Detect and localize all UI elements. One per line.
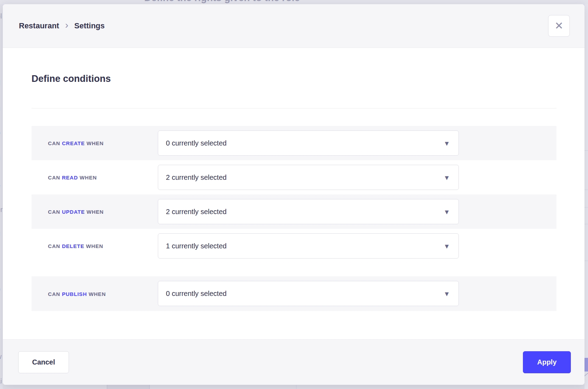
background-page-right-strip	[584, 4, 588, 389]
permission-label-update: CAN UPDATE WHEN	[48, 209, 104, 215]
chevron-down-icon: ▾	[445, 174, 449, 182]
background-text-fragment: ol	[0, 12, 3, 20]
close-icon: ✕	[554, 21, 563, 31]
condition-row-update: CAN UPDATE WHEN 2 currently selected ▾	[31, 194, 556, 229]
background-text-fragment: p	[0, 285, 3, 293]
modal-footer: Cancel Apply	[3, 339, 584, 385]
background-row-line	[584, 261, 588, 261]
permission-label-delete: CAN DELETE WHEN	[48, 243, 103, 249]
update-conditions-select[interactable]: 2 currently selected ▾	[158, 199, 459, 224]
background-text-fragment: er	[0, 206, 3, 214]
background-check-mark	[584, 373, 588, 377]
select-value: 1 currently selected	[166, 242, 226, 250]
background-page-top-strip: Define the rights given to the role	[0, 0, 588, 4]
background-text-fragment: e	[0, 325, 3, 333]
background-page-title: Define the rights given to the role	[144, 0, 300, 3]
settings-modal: Restaurant › Settings ✕ Define condition…	[3, 4, 584, 385]
background-text-fragment: e	[0, 182, 3, 190]
select-value: 0 currently selected	[166, 139, 226, 147]
background-page-bottom-strip	[3, 385, 584, 389]
cancel-button[interactable]: Cancel	[18, 351, 69, 373]
background-row-line	[584, 190, 588, 190]
close-button[interactable]: ✕	[548, 15, 570, 37]
breadcrumb-settings: Settings	[74, 21, 105, 30]
background-text-fragment: r	[0, 56, 3, 64]
background-text-fragment: o	[0, 129, 3, 137]
background-row-line	[584, 207, 588, 207]
permission-label-read: CAN READ WHEN	[48, 175, 97, 181]
chevron-down-icon: ▾	[445, 140, 449, 147]
background-text-fragment: w	[0, 353, 3, 361]
condition-row-publish: CAN PUBLISH WHEN 0 currently selected ▾	[31, 276, 556, 311]
condition-row-create: CAN CREATE WHEN 0 currently selected ▾	[31, 126, 556, 160]
background-text-fragment: ti	[0, 257, 3, 265]
chevron-down-icon: ▾	[445, 208, 449, 216]
condition-row-delete: CAN DELETE WHEN 1 currently selected ▾	[31, 229, 556, 263]
background-table-line	[296, 385, 296, 389]
background-text-fragment: ai	[0, 377, 3, 385]
conditions-list: CAN CREATE WHEN 0 currently selected ▾ C…	[31, 48, 556, 339]
permission-label-publish: CAN PUBLISH WHEN	[48, 291, 106, 297]
publish-conditions-select[interactable]: 0 currently selected ▾	[158, 281, 459, 306]
apply-button[interactable]: Apply	[523, 351, 571, 373]
background-row-line	[584, 224, 588, 224]
background-text-fragment: g	[0, 104, 3, 112]
background-save-button-edge	[584, 358, 588, 372]
chevron-down-icon: ▾	[445, 290, 449, 298]
chevron-down-icon: ▾	[445, 242, 449, 250]
background-table-cell	[107, 385, 150, 389]
select-value: 2 currently selected	[166, 208, 226, 216]
breadcrumb: Restaurant › Settings	[19, 21, 105, 30]
delete-conditions-select[interactable]: 1 currently selected ▾	[158, 233, 459, 259]
chevron-right-icon: ›	[65, 20, 68, 30]
background-text-fragment: d	[0, 79, 3, 87]
modal-body: Define conditions CAN CREATE WHEN 0 curr…	[3, 48, 584, 339]
breadcrumb-restaurant: Restaurant	[19, 21, 59, 30]
permission-label-create: CAN CREATE WHEN	[48, 140, 104, 146]
select-value: 0 currently selected	[166, 290, 226, 298]
modal-header: Restaurant › Settings ✕	[3, 4, 584, 48]
select-value: 2 currently selected	[166, 174, 226, 182]
read-conditions-select[interactable]: 2 currently selected ▾	[158, 165, 459, 190]
condition-row-read: CAN READ WHEN 2 currently selected ▾	[31, 160, 556, 194]
create-conditions-select[interactable]: 0 currently selected ▾	[158, 130, 459, 156]
background-page-left-strip: ol r d g o ri e er u ti p e w ai	[0, 4, 3, 385]
background-text-fragment: u	[0, 229, 3, 238]
background-row-line	[584, 150, 588, 151]
background-text-fragment: ri	[0, 154, 3, 162]
